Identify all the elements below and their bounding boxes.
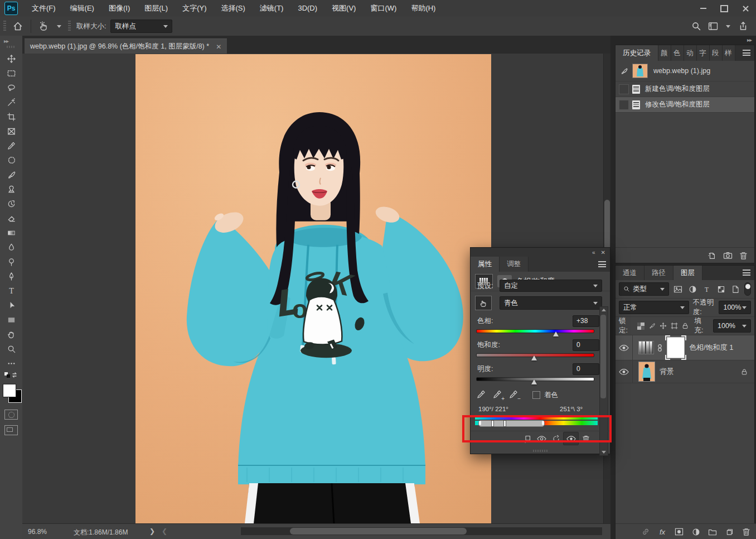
- eyedropper-add-button[interactable]: +: [492, 389, 503, 401]
- new-document-from-state-button[interactable]: [704, 249, 720, 262]
- layer-thumbnail[interactable]: [638, 362, 655, 382]
- close-button[interactable]: [735, 1, 756, 16]
- lasso-tool[interactable]: [0, 80, 22, 95]
- history-brush-source-icon[interactable]: [620, 67, 628, 75]
- tab-styles[interactable]: 样: [723, 45, 735, 61]
- lock-position-icon[interactable]: [660, 322, 667, 330]
- menu-type[interactable]: 文字(Y): [175, 0, 214, 17]
- share-button[interactable]: [735, 18, 752, 34]
- menu-window[interactable]: 窗口(W): [363, 0, 404, 17]
- history-step-row[interactable]: 新建色调/饱和度图层: [616, 81, 754, 97]
- background-lock-icon[interactable]: [741, 368, 748, 376]
- tab-actions[interactable]: 动: [684, 45, 697, 61]
- workspace-button[interactable]: [705, 18, 721, 34]
- filter-shape-layers-button[interactable]: [716, 283, 726, 295]
- gradient-tool[interactable]: [0, 225, 22, 240]
- tab-adjustments[interactable]: 调整: [500, 257, 529, 272]
- eyedropper-sample-button[interactable]: [36, 18, 52, 34]
- quick-mask-button[interactable]: [4, 410, 18, 420]
- new-snapshot-button[interactable]: [720, 249, 735, 262]
- zoom-level[interactable]: 96.8%: [28, 528, 47, 536]
- scroll-up-arrow[interactable]: [602, 309, 606, 311]
- hue-slider[interactable]: [476, 329, 594, 333]
- add-layer-mask-button[interactable]: [671, 526, 687, 538]
- document-tab[interactable]: webp.webp (1).jpg @ 96.8% (色相/饱和度 1, 图层蒙…: [25, 38, 227, 54]
- eyedropper-tool[interactable]: [0, 138, 22, 153]
- layer-row-background[interactable]: 背景: [616, 360, 754, 383]
- tab-paths[interactable]: 路径: [644, 266, 673, 280]
- menu-file[interactable]: 文件(F): [25, 0, 63, 17]
- properties-scrollbar-thumb[interactable]: [600, 315, 606, 398]
- search-button[interactable]: [688, 18, 705, 34]
- layer-name[interactable]: 背景: [660, 367, 674, 377]
- layer-visibility-toggle[interactable]: [616, 335, 633, 360]
- dodge-tool[interactable]: [0, 254, 22, 269]
- layer-row-hue-saturation[interactable]: 色相/饱和度 1: [616, 335, 754, 360]
- layer-name[interactable]: 色相/饱和度 1: [689, 343, 733, 353]
- delete-layer-button[interactable]: [738, 526, 754, 538]
- tab-history[interactable]: 历史记录: [616, 45, 658, 61]
- menu-select[interactable]: 选择(S): [214, 0, 252, 17]
- tab-swatches[interactable]: 色: [671, 45, 684, 61]
- tab-paragraph[interactable]: 段: [710, 45, 723, 61]
- targeted-adjustment-button[interactable]: [475, 296, 492, 310]
- minimize-button[interactable]: [692, 1, 714, 16]
- link-layers-button[interactable]: [638, 526, 653, 538]
- zoom-tool[interactable]: [0, 341, 22, 356]
- photo-document[interactable]: L o K: [135, 54, 491, 523]
- pen-tool[interactable]: [0, 269, 22, 283]
- toolbar-expand-chevrons[interactable]: ▸▸: [0, 36, 22, 44]
- adjustment-layer-thumbnail[interactable]: [638, 341, 654, 354]
- menu-help[interactable]: 帮助(H): [404, 0, 443, 17]
- filter-toggle[interactable]: [744, 282, 751, 296]
- tab-properties[interactable]: 属性: [471, 257, 500, 272]
- blur-tool[interactable]: [0, 240, 22, 254]
- chevron-down-icon[interactable]: [726, 25, 730, 28]
- delete-history-button[interactable]: [735, 249, 751, 262]
- menu-3d[interactable]: 3D(D): [290, 0, 324, 17]
- new-adjustment-layer-button[interactable]: [688, 526, 704, 538]
- frame-tool[interactable]: [0, 124, 22, 138]
- history-snapshot-row[interactable]: webp.webp (1).jpg: [616, 61, 754, 81]
- panel-menu-icon[interactable]: [743, 50, 750, 56]
- panel-resize-grip[interactable]: [533, 450, 547, 452]
- horizontal-scrollbar[interactable]: [241, 527, 602, 535]
- opacity-select[interactable]: 100%: [719, 301, 751, 314]
- maximize-button[interactable]: [714, 1, 735, 16]
- tab-channels[interactable]: 通道: [616, 266, 644, 280]
- layer-mask-thumbnail[interactable]: [667, 337, 685, 358]
- preset-select[interactable]: 自定: [500, 280, 602, 292]
- tab-layers[interactable]: 图层: [673, 266, 702, 280]
- path-selection-tool[interactable]: [0, 298, 22, 312]
- lock-transparency-icon[interactable]: [637, 323, 644, 330]
- filter-type-layers-button[interactable]: T: [701, 283, 712, 295]
- filter-adjustment-layers-button[interactable]: [687, 283, 698, 295]
- lightness-value-input[interactable]: 0: [573, 363, 599, 375]
- colorize-checkbox[interactable]: [532, 391, 540, 399]
- collapse-icon[interactable]: «: [592, 249, 595, 256]
- menu-edit[interactable]: 编辑(E): [63, 0, 101, 17]
- saturation-slider-thumb[interactable]: [531, 355, 537, 360]
- channel-select[interactable]: 青色: [500, 296, 602, 310]
- history-source-checkbox[interactable]: [619, 100, 629, 110]
- properties-panel-header[interactable]: « ✕: [471, 248, 610, 257]
- new-group-button[interactable]: [705, 526, 720, 538]
- menu-filter[interactable]: 滤镜(T): [253, 0, 291, 17]
- filter-type-select[interactable]: 类型: [619, 282, 669, 296]
- panel-menu-icon[interactable]: [598, 261, 606, 267]
- tab-character[interactable]: 字: [697, 45, 710, 61]
- close-icon[interactable]: ✕: [601, 249, 605, 256]
- filter-pixel-layers-button[interactable]: [673, 283, 684, 295]
- saturation-value-input[interactable]: 0: [573, 339, 599, 351]
- menu-view[interactable]: 视图(V): [324, 0, 363, 17]
- lock-pixels-brush-icon[interactable]: [648, 322, 656, 330]
- more-tools[interactable]: [0, 356, 22, 370]
- type-tool[interactable]: T: [0, 283, 22, 298]
- layer-visibility-toggle[interactable]: [616, 360, 633, 383]
- blend-mode-select[interactable]: 正常: [619, 301, 689, 314]
- hand-tool[interactable]: [0, 327, 22, 341]
- horizontal-scrollbar-thumb[interactable]: [290, 528, 467, 535]
- scroll-down-arrow[interactable]: [602, 451, 606, 454]
- panel-menu-icon[interactable]: [743, 270, 750, 276]
- history-step-row[interactable]: 修改色调/饱和度图层: [616, 97, 754, 113]
